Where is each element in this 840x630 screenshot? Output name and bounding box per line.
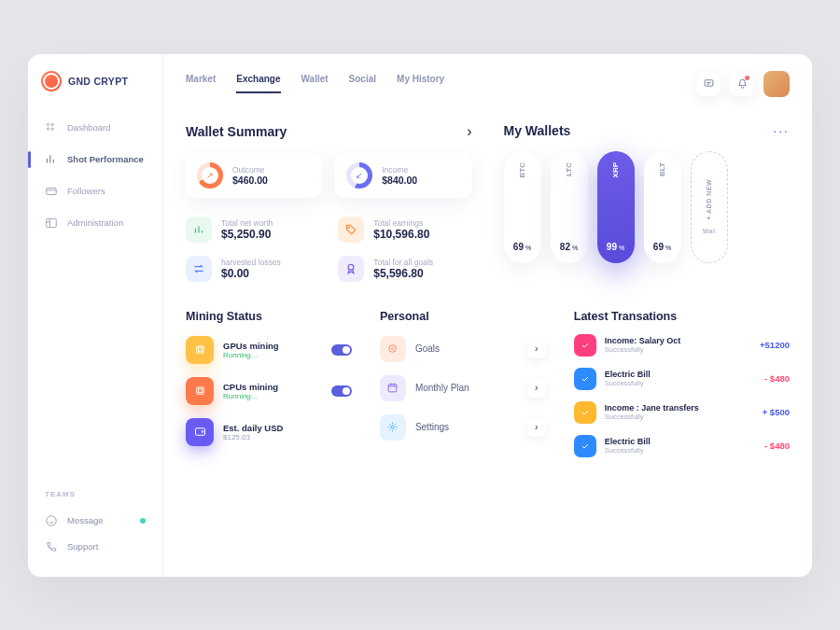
sidebar-item-administration[interactable]: Administration	[35, 209, 155, 237]
chat-button[interactable]	[696, 72, 721, 96]
svg-point-3	[51, 128, 53, 130]
wallet-add-button[interactable]: + ADD NEWWal	[691, 151, 728, 263]
cpu-toggle[interactable]	[331, 385, 352, 397]
notification-dot-icon	[140, 518, 146, 524]
main-content: Market Exchange Wallet Social My History…	[163, 54, 812, 577]
wallet-pill-ltc[interactable]: LTC82 %	[551, 151, 588, 263]
message-icon	[45, 514, 58, 527]
app-window: GND CRYPT Dashboard Shot Performance Fol…	[28, 54, 812, 577]
transaction-row[interactable]: Income : Jane transfersSuccessfully+ $50…	[574, 401, 790, 424]
mine-est: Est. daily USD$125.03	[186, 418, 352, 446]
gear-icon	[380, 414, 406, 441]
brand: GND CRYPT	[28, 71, 162, 114]
wallet-summary: Wallet Summary › ↗ Outcome $460.00 ↙	[186, 123, 472, 282]
income-card[interactable]: ↙ Income $840.00	[335, 153, 471, 198]
personal-monthly[interactable]: Monthly Plan ›	[380, 375, 546, 401]
sidebar-item-dashboard[interactable]: Dashboard	[35, 114, 155, 142]
transaction-icon	[574, 334, 596, 357]
svg-rect-13	[198, 389, 202, 393]
svg-rect-10	[196, 346, 203, 354]
svg-rect-11	[198, 348, 202, 352]
wallet-name: BTC	[518, 162, 526, 177]
tx-amount: +51200	[760, 340, 790, 350]
personal-goals[interactable]: Goals ›	[380, 336, 546, 362]
my-wallets: My Wallets ··· BTC69 %LTC82 %XRP99 %BLT6…	[504, 123, 791, 282]
tab-market[interactable]: Market	[186, 74, 216, 93]
brand-name: GND CRYPT	[68, 76, 128, 87]
svg-point-16	[389, 345, 397, 353]
layout-icon	[45, 217, 58, 230]
chevron-right-icon[interactable]: ›	[527, 340, 546, 358]
summary-next-button[interactable]: ›	[467, 123, 471, 140]
svg-point-19	[391, 426, 394, 428]
svg-point-1	[51, 123, 53, 125]
sidebar: GND CRYPT Dashboard Shot Performance Fol…	[28, 54, 163, 577]
sidebar-item-label: Shot Performance	[67, 154, 144, 164]
card-icon	[45, 185, 58, 198]
mine-cpu: CPUs miningRunning...	[186, 377, 352, 405]
swap-icon	[186, 256, 212, 282]
wallet-pill-xrp[interactable]: XRP99 %	[597, 151, 635, 263]
calendar-icon	[380, 375, 406, 401]
stat-net-worth: Total net worth$5,250.90	[186, 217, 319, 243]
tx-amount: - $480	[764, 373, 790, 384]
chevron-right-icon[interactable]: ›	[527, 379, 546, 398]
add-hint: Wal	[703, 228, 716, 234]
transactions: Latest Transations Income: Salary OctSuc…	[574, 310, 790, 457]
sidebar-item-label: Administration	[67, 217, 123, 228]
top-tabs: Market Exchange Wallet Social My History	[186, 74, 444, 93]
tags-icon	[338, 217, 364, 243]
svg-point-6	[47, 515, 57, 525]
wallet-pill-btc[interactable]: BTC69 %	[504, 151, 541, 263]
sidebar-item-label: Dashboard	[67, 122, 110, 133]
gpu-toggle[interactable]	[331, 344, 352, 356]
tx-title: Income: Salary Oct	[605, 336, 681, 345]
section-title: My Wallets	[504, 123, 571, 138]
svg-rect-4	[47, 188, 57, 194]
sidebar-item-label: Followers	[67, 186, 105, 196]
brand-logo-icon	[41, 71, 62, 91]
tab-wallet[interactable]: Wallet	[301, 74, 329, 93]
wallet-pct: 69 %	[513, 242, 531, 252]
wallet-pct: 69 %	[653, 242, 671, 252]
notifications-button[interactable]	[730, 72, 754, 96]
teams-item-support[interactable]: Support	[28, 534, 162, 560]
svg-point-8	[348, 227, 349, 228]
tab-history[interactable]: My History	[397, 74, 444, 93]
chevron-right-icon[interactable]: ›	[527, 418, 546, 437]
avatar[interactable]	[763, 71, 790, 97]
topbar-actions	[696, 71, 790, 97]
wallets-more-button[interactable]: ···	[773, 123, 790, 138]
section-title: Wallet Summary	[186, 124, 287, 139]
outcome-card[interactable]: ↗ Outcome $460.00	[186, 153, 322, 198]
notification-dot-icon	[745, 76, 749, 80]
sidebar-nav: Dashboard Shot Performance Followers Adm…	[28, 114, 162, 237]
transaction-row[interactable]: Income: Salary OctSuccessfully+51200	[574, 334, 790, 357]
outcome-label: Outcome	[232, 165, 268, 175]
chart-icon	[45, 153, 58, 166]
tab-exchange[interactable]: Exchange	[236, 74, 280, 93]
svg-point-17	[392, 347, 394, 349]
transaction-row[interactable]: Electric BillSuccessfully- $480	[574, 435, 790, 457]
income-label: Income	[382, 165, 417, 175]
sidebar-item-followers[interactable]: Followers	[35, 177, 155, 205]
teams-item-message[interactable]: Message	[28, 508, 162, 534]
income-ring-icon: ↙	[346, 162, 372, 189]
phone-icon	[45, 540, 58, 553]
stat-losses: harvested losses$0.00	[186, 256, 319, 282]
personal-settings[interactable]: Settings ›	[380, 414, 546, 441]
transaction-row[interactable]: Electric BillSuccessfully- $480	[574, 368, 790, 390]
arrow-down-left-icon: ↙	[346, 162, 372, 189]
wallet-pill-blt[interactable]: BLT69 %	[644, 151, 681, 263]
topbar: Market Exchange Wallet Social My History	[186, 71, 790, 97]
sidebar-item-performance[interactable]: Shot Performance	[35, 146, 155, 174]
svg-point-15	[202, 431, 203, 433]
tx-title: Income : Jane transfers	[605, 403, 699, 413]
outcome-value: $460.00	[232, 175, 268, 186]
teams-item-label: Support	[67, 541, 98, 552]
tab-social[interactable]: Social	[349, 74, 376, 93]
svg-point-9	[348, 264, 354, 270]
arrow-up-right-icon: ↗	[197, 162, 223, 189]
svg-rect-18	[389, 385, 398, 392]
medal-icon	[338, 256, 364, 282]
